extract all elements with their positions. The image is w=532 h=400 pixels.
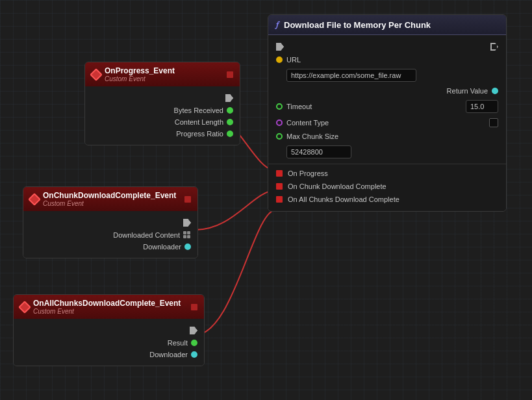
- on-all-chunks-event-label: On All Chunks Download Complete: [288, 195, 399, 203]
- on-all-chunks-node: OnAllChunksDownloadComplete_Event Custom…: [13, 294, 205, 366]
- timeout-input[interactable]: [466, 100, 498, 113]
- pin-progress-ratio: Progress Ratio: [85, 128, 240, 140]
- pin-progress-ratio-dot: [227, 131, 233, 137]
- on-chunk-icon: [28, 193, 41, 206]
- on-chunk-subtitle: Custom Event: [43, 200, 176, 207]
- on-all-chunks-header: OnAllChunksDownloadComplete_Event Custom…: [14, 295, 204, 319]
- pin-downloader-all-dot: [191, 351, 197, 358]
- pin-downloaded-content-label: Downloaded Content: [113, 231, 180, 239]
- on-progress-subtitle: Custom Event: [105, 75, 175, 82]
- on-chunk-event-label: On Chunk Download Complete: [288, 182, 386, 190]
- on-all-chunks-title: OnAllChunksDownloadComplete_Event: [33, 299, 181, 308]
- on-all-chunks-pin-row: On All Chunks Download Complete: [268, 193, 506, 206]
- timeout-label: Timeout: [286, 103, 462, 110]
- max-chunk-pin: [276, 133, 283, 140]
- on-chunk-event-pin: [276, 183, 283, 190]
- on-chunk-pin-row: On Chunk Download Complete: [268, 180, 506, 193]
- return-value-row: Return Value: [268, 84, 506, 97]
- max-chunk-label: Max Chunk Size: [286, 132, 498, 140]
- pin-downloader-chunk-label: Downloader: [143, 243, 181, 251]
- main-node-body: URL Return Value Timeout Content Type: [268, 35, 506, 211]
- on-progress-event-label: On Progress: [288, 169, 328, 177]
- canvas: OnProgress_Event Custom Event Bytes Rece…: [0, 0, 532, 400]
- pin-content-length: Content Length: [85, 116, 240, 128]
- pin-content-length-label: Content Length: [175, 118, 223, 126]
- timeout-row: Timeout: [268, 97, 506, 116]
- on-progress-header: OnProgress_Event Custom Event: [85, 62, 240, 86]
- on-chunk-header: OnChunkDownloadComplete_Event Custom Eve…: [23, 187, 197, 211]
- return-value-pin: [492, 88, 498, 94]
- on-progress-close[interactable]: [227, 71, 233, 78]
- pin-result: Result: [14, 337, 204, 349]
- timeout-pin: [276, 103, 283, 110]
- url-input-row: [268, 66, 506, 84]
- pin-content-length-dot: [227, 119, 233, 125]
- return-value-label: Return Value: [447, 87, 488, 95]
- pin-bytes-received: Bytes Received: [85, 105, 240, 116]
- on-chunk-title: OnChunkDownloadComplete_Event: [43, 191, 176, 200]
- on-progress-title: OnProgress_Event: [105, 66, 175, 75]
- on-all-chunks-event-pin: [276, 196, 283, 203]
- on-chunk-body: Downloaded Content Downloader: [23, 211, 197, 258]
- on-chunk-exec-pin: [183, 219, 191, 227]
- url-input[interactable]: [286, 69, 416, 82]
- func-icon: 𝑓: [276, 19, 279, 30]
- pin-downloader-chunk-dot: [184, 244, 191, 250]
- main-node: 𝑓 Download File to Memory Per Chunk URL …: [268, 14, 507, 212]
- on-progress-icon: [90, 68, 103, 81]
- on-progress-pin-row: On Progress: [268, 167, 506, 180]
- on-progress-exec-out: [85, 92, 240, 105]
- content-type-label: Content Type: [286, 119, 485, 127]
- main-exec-in: [276, 43, 284, 51]
- content-type-row: Content Type: [268, 116, 506, 130]
- on-progress-node: OnProgress_Event Custom Event Bytes Rece…: [84, 62, 240, 145]
- pin-downloaded-content-dot: [183, 231, 191, 239]
- pin-downloaded-content: Downloaded Content: [23, 229, 197, 241]
- on-all-chunks-subtitle: Custom Event: [33, 308, 181, 315]
- content-type-checkbox[interactable]: [489, 118, 498, 127]
- on-all-chunks-icon: [18, 301, 31, 314]
- on-progress-event-pin: [276, 170, 283, 177]
- url-pin: [276, 56, 283, 63]
- main-exec-row: [268, 40, 506, 53]
- on-all-chunks-body: Result Downloader: [14, 319, 204, 366]
- main-node-title: Download File to Memory Per Chunk: [284, 20, 431, 30]
- max-chunk-row: Max Chunk Size: [268, 130, 506, 143]
- separator-1: [268, 164, 506, 164]
- on-chunk-close[interactable]: [184, 196, 191, 203]
- content-type-pin: [276, 119, 283, 126]
- pin-downloader-all: Downloader: [14, 349, 204, 360]
- on-all-chunks-exec-out: [14, 324, 204, 337]
- exec-pin-out: [225, 94, 233, 102]
- on-chunk-node: OnChunkDownloadComplete_Event Custom Eve…: [23, 186, 198, 258]
- pin-bytes-received-dot: [227, 107, 233, 114]
- main-exec-out: [490, 43, 498, 51]
- on-all-chunks-exec-pin: [190, 327, 197, 334]
- max-chunk-input[interactable]: [286, 145, 351, 158]
- on-chunk-exec-out: [23, 216, 197, 229]
- on-progress-body: Bytes Received Content Length Progress R…: [85, 86, 240, 145]
- pin-downloader-chunk: Downloader: [23, 241, 197, 253]
- pin-bytes-received-label: Bytes Received: [174, 106, 223, 114]
- on-all-chunks-close[interactable]: [191, 304, 197, 310]
- url-row: URL: [268, 53, 506, 66]
- pin-progress-ratio-label: Progress Ratio: [176, 130, 223, 138]
- main-node-header: 𝑓 Download File to Memory Per Chunk: [268, 15, 506, 35]
- pin-downloader-all-label: Downloader: [149, 351, 188, 358]
- pin-result-label: Result: [168, 339, 188, 347]
- pin-result-dot: [191, 340, 197, 346]
- max-chunk-input-row: [268, 143, 506, 161]
- url-label: URL: [286, 56, 498, 64]
